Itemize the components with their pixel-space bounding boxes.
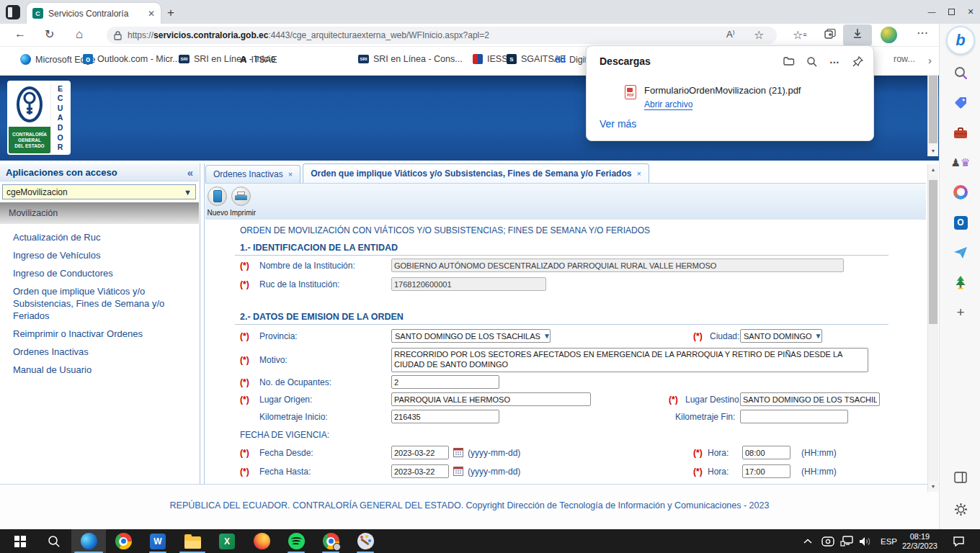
- taskbar-excel-icon[interactable]: X: [210, 529, 244, 553]
- tray-chevron-icon[interactable]: [803, 529, 813, 553]
- read-aloud-icon[interactable]: A): [726, 29, 734, 40]
- sidebar-item-manual-usuario[interactable]: Manual de Usuario: [0, 362, 199, 377]
- outlook-icon[interactable]: O: [952, 214, 969, 231]
- window-maximize-button[interactable]: [942, 3, 961, 20]
- header-scrollbar[interactable]: ▼: [927, 76, 938, 156]
- send-plane-icon[interactable]: [952, 244, 969, 261]
- tray-notification-icon[interactable]: [953, 529, 965, 553]
- bookmark-item[interactable]: IESS: [473, 54, 508, 64]
- favorites-icon[interactable]: ☆≡: [793, 28, 807, 42]
- application-select[interactable]: cgeMovilizacion ▼: [2, 184, 196, 199]
- km-inicio-input[interactable]: [391, 410, 499, 423]
- bookmark-item-clipped[interactable]: row...: [894, 54, 915, 64]
- add-sidebar-item-icon[interactable]: +: [952, 304, 969, 321]
- tree-icon[interactable]: [952, 274, 969, 291]
- search-downloads-icon[interactable]: [806, 56, 817, 69]
- refresh-icon[interactable]: ↻: [45, 27, 54, 41]
- settings-menu-icon[interactable]: ⋯: [917, 26, 928, 40]
- sidebar-search-icon[interactable]: [952, 64, 969, 81]
- tab-orden-viaticos[interactable]: Orden que implique Viáticos y/o Subsiste…: [303, 163, 649, 183]
- hora-hasta-input[interactable]: [742, 464, 790, 478]
- bookmark-item[interactable]: SRISRI en Línea - Cons...: [358, 54, 463, 64]
- sidebar-item-ingreso-conductores[interactable]: Ingreso de Conductores: [0, 266, 199, 281]
- bookmark-item[interactable]: ddDigit: [555, 54, 587, 65]
- tray-meet-icon[interactable]: [821, 529, 834, 553]
- taskbar-search-button[interactable]: [37, 529, 71, 553]
- sidebar-item-ingreso-vehiculos[interactable]: Ingreso de Vehículos: [0, 248, 199, 263]
- ruc-input[interactable]: [391, 277, 546, 291]
- taskbar-edge-icon[interactable]: [71, 529, 106, 553]
- new-tab-button[interactable]: +: [167, 6, 174, 20]
- taskbar-chrome-icon[interactable]: [106, 529, 141, 553]
- window-minimize-button[interactable]: —: [922, 3, 941, 20]
- origen-input[interactable]: [391, 392, 591, 406]
- taskbar-explorer-icon[interactable]: [175, 529, 210, 553]
- hora-desde-input[interactable]: [742, 446, 790, 459]
- shopping-icon[interactable]: [952, 94, 969, 111]
- calendar-icon[interactable]: [453, 466, 463, 476]
- sidebar-item-reimprimir-inactivar[interactable]: Reimprimir o Inactivar Ordenes: [0, 326, 199, 341]
- required-marker: (*): [669, 395, 678, 405]
- scroll-down-icon[interactable]: ▼: [928, 145, 938, 156]
- tray-language[interactable]: ESP: [881, 529, 897, 553]
- bing-chat-icon[interactable]: b: [946, 26, 975, 55]
- sidebar-item-actualizacion-ruc[interactable]: Actualización de Ruc: [0, 230, 199, 245]
- ocupantes-input[interactable]: [391, 375, 499, 389]
- tools-icon[interactable]: [952, 124, 969, 141]
- bookmark-item[interactable]: oOutlook.com - Micr...: [83, 54, 180, 64]
- taskbar-spotify-icon[interactable]: [279, 529, 313, 553]
- fecha-desde-input[interactable]: [391, 446, 449, 459]
- motivo-textarea[interactable]: RRECORRIDO POR LOS SECTORES AFECTADOS EN…: [391, 348, 868, 372]
- profile-avatar[interactable]: [881, 27, 897, 43]
- microsoft365-icon[interactable]: [952, 184, 969, 201]
- print-button[interactable]: [231, 186, 251, 206]
- taskbar-word-icon[interactable]: W: [141, 529, 175, 553]
- taskbar-firefox-icon[interactable]: [244, 529, 279, 553]
- taskbar-paint-icon[interactable]: [348, 529, 383, 553]
- sidebar-settings-icon[interactable]: [952, 500, 969, 518]
- tab-ordenes-inactivas[interactable]: Ordenes Inactivas ×: [205, 165, 300, 183]
- nombre-input[interactable]: [391, 258, 844, 272]
- ciudad-select[interactable]: SANTO DOMINGO▼: [740, 329, 822, 343]
- download-file-name[interactable]: FormularioOrdenMovilizacion (21).pdf: [644, 85, 801, 96]
- start-button[interactable]: [2, 529, 37, 553]
- scrollbar-thumb[interactable]: [929, 180, 937, 324]
- scroll-up-icon[interactable]: ▲: [928, 164, 938, 175]
- content-scrollbar[interactable]: ▲ ▼: [927, 164, 938, 492]
- games-icon[interactable]: ♟♛: [952, 154, 969, 171]
- back-icon[interactable]: ←: [14, 27, 26, 40]
- add-favorite-icon[interactable]: ☆: [754, 28, 764, 42]
- sidebar-panel-icon[interactable]: [952, 469, 969, 486]
- calendar-icon[interactable]: [453, 447, 463, 457]
- see-more-link[interactable]: Ver más: [600, 118, 636, 130]
- tab-close-icon[interactable]: ×: [636, 169, 641, 178]
- tab-close-icon[interactable]: ×: [288, 170, 293, 179]
- window-close-button[interactable]: ✕: [961, 3, 980, 20]
- tray-volume-icon[interactable]: [859, 529, 871, 553]
- taskbar-chrome-profile-icon[interactable]: [313, 529, 348, 553]
- address-bar[interactable]: https://servicios.contraloria.gob.ec:444…: [107, 27, 777, 44]
- destino-input[interactable]: [740, 392, 880, 406]
- tab-actions-icon[interactable]: [6, 5, 20, 19]
- new-button[interactable]: [208, 186, 227, 206]
- sidebar-item-orden-viaticos[interactable]: Orden que implique Viáticos y/o Subsiste…: [0, 284, 199, 323]
- pin-icon[interactable]: [852, 56, 863, 69]
- tray-clock[interactable]: 08:1922/3/2023: [902, 529, 937, 553]
- scrollbar-thumb[interactable]: [929, 76, 937, 143]
- sidebar-collapse-icon[interactable]: «: [187, 166, 193, 179]
- downloads-more-options-icon[interactable]: ⋯: [829, 56, 839, 68]
- tray-network-icon[interactable]: [840, 529, 853, 553]
- collections-icon[interactable]: [824, 29, 836, 42]
- fecha-hasta-input[interactable]: [391, 464, 449, 478]
- open-file-link[interactable]: Abrir archivo: [644, 97, 692, 110]
- tab-close-icon[interactable]: ✕: [148, 9, 155, 19]
- browser-tab[interactable]: C Servicios Contraloría ✕: [27, 3, 161, 24]
- bookmark-item[interactable]: AITSAE: [240, 54, 277, 65]
- scroll-down-icon[interactable]: ▼: [928, 481, 938, 492]
- bookmarks-overflow-chevron-icon[interactable]: ›: [928, 54, 932, 66]
- open-downloads-folder-icon[interactable]: [783, 56, 795, 68]
- home-icon[interactable]: ⌂: [76, 27, 83, 42]
- km-fin-input[interactable]: [740, 410, 848, 423]
- provincia-select[interactable]: SANTO DOMINGO DE LOS TSACHILAS▼: [391, 329, 551, 343]
- sidebar-item-ordenes-inactivas[interactable]: Ordenes Inactivas: [0, 344, 199, 359]
